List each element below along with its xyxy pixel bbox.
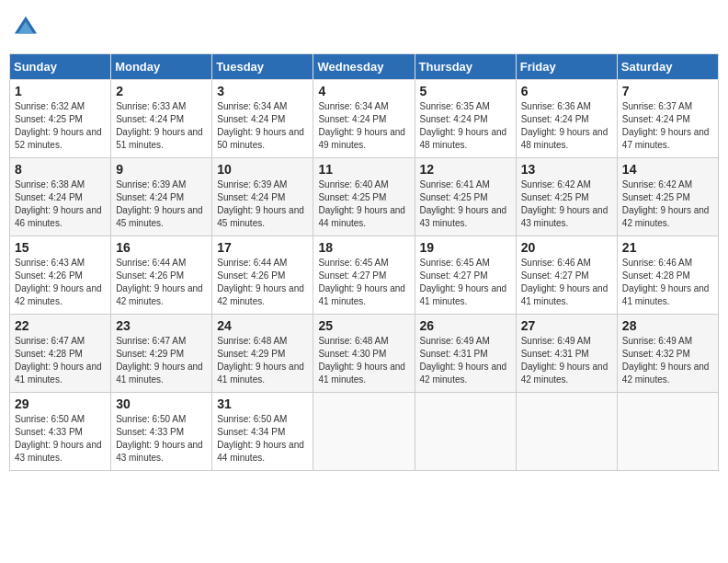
day-info: Sunrise: 6:50 AM Sunset: 4:34 PM Dayligh… — [217, 413, 308, 465]
day-info: Sunrise: 6:45 AM Sunset: 4:27 PM Dayligh… — [318, 257, 409, 308]
calendar-cell: 11 Sunrise: 6:40 AM Sunset: 4:25 PM Dayl… — [313, 158, 415, 236]
calendar-cell: 4 Sunrise: 6:34 AM Sunset: 4:24 PM Dayli… — [313, 80, 415, 158]
day-info: Sunrise: 6:49 AM Sunset: 4:31 PM Dayligh… — [521, 335, 612, 386]
day-number: 28 — [622, 318, 713, 333]
calendar-cell: 21 Sunrise: 6:46 AM Sunset: 4:28 PM Dayl… — [617, 236, 718, 315]
day-header-wednesday: Wednesday — [313, 54, 415, 80]
day-header-sunday: Sunday — [10, 54, 111, 80]
day-info: Sunrise: 6:38 AM Sunset: 4:24 PM Dayligh… — [15, 178, 106, 230]
calendar-header — [9, 9, 719, 46]
calendar-cell: 31 Sunrise: 6:50 AM Sunset: 4:34 PM Dayl… — [212, 393, 313, 471]
calendar-table: SundayMondayTuesdayWednesdayThursdayFrid… — [9, 53, 719, 471]
day-info: Sunrise: 6:33 AM Sunset: 4:24 PM Dayligh… — [116, 100, 207, 152]
day-info: Sunrise: 6:50 AM Sunset: 4:33 PM Dayligh… — [116, 413, 207, 465]
day-number: 20 — [521, 240, 612, 255]
day-number: 24 — [217, 318, 308, 333]
calendar-cell: 20 Sunrise: 6:46 AM Sunset: 4:27 PM Dayl… — [516, 236, 617, 315]
calendar-cell: 3 Sunrise: 6:34 AM Sunset: 4:24 PM Dayli… — [212, 80, 313, 158]
calendar-cell — [313, 393, 415, 471]
calendar-cell: 15 Sunrise: 6:43 AM Sunset: 4:26 PM Dayl… — [10, 236, 111, 315]
calendar-week-5: 29 Sunrise: 6:50 AM Sunset: 4:33 PM Dayl… — [10, 393, 719, 471]
day-info: Sunrise: 6:46 AM Sunset: 4:28 PM Dayligh… — [622, 257, 713, 308]
day-number: 4 — [318, 84, 409, 98]
day-info: Sunrise: 6:42 AM Sunset: 4:25 PM Dayligh… — [622, 178, 713, 230]
day-info: Sunrise: 6:49 AM Sunset: 4:31 PM Dayligh… — [420, 335, 511, 386]
logo-icon — [13, 15, 39, 40]
calendar-week-3: 15 Sunrise: 6:43 AM Sunset: 4:26 PM Dayl… — [10, 236, 719, 315]
day-header-saturday: Saturday — [617, 54, 718, 80]
day-number: 10 — [217, 162, 308, 177]
calendar-cell: 24 Sunrise: 6:48 AM Sunset: 4:29 PM Dayl… — [212, 315, 313, 393]
day-info: Sunrise: 6:48 AM Sunset: 4:30 PM Dayligh… — [318, 335, 409, 386]
calendar-cell: 1 Sunrise: 6:32 AM Sunset: 4:25 PM Dayli… — [10, 80, 111, 158]
calendar-cell: 28 Sunrise: 6:49 AM Sunset: 4:32 PM Dayl… — [617, 315, 718, 393]
calendar-week-2: 8 Sunrise: 6:38 AM Sunset: 4:24 PM Dayli… — [10, 158, 719, 236]
day-info: Sunrise: 6:35 AM Sunset: 4:24 PM Dayligh… — [420, 100, 511, 152]
calendar-cell: 19 Sunrise: 6:45 AM Sunset: 4:27 PM Dayl… — [415, 236, 516, 315]
day-number: 26 — [420, 318, 511, 333]
day-info: Sunrise: 6:46 AM Sunset: 4:27 PM Dayligh… — [521, 257, 612, 308]
day-number: 25 — [318, 318, 409, 333]
calendar-cell: 5 Sunrise: 6:35 AM Sunset: 4:24 PM Dayli… — [415, 80, 516, 158]
calendar-cell: 7 Sunrise: 6:37 AM Sunset: 4:24 PM Dayli… — [617, 80, 718, 158]
calendar-cell — [516, 393, 617, 471]
day-number: 9 — [116, 162, 207, 177]
calendar-cell: 25 Sunrise: 6:48 AM Sunset: 4:30 PM Dayl… — [313, 315, 415, 393]
calendar-cell: 2 Sunrise: 6:33 AM Sunset: 4:24 PM Dayli… — [111, 80, 212, 158]
calendar-cell: 16 Sunrise: 6:44 AM Sunset: 4:26 PM Dayl… — [111, 236, 212, 315]
day-header-thursday: Thursday — [415, 54, 516, 80]
day-number: 27 — [521, 318, 612, 333]
day-info: Sunrise: 6:44 AM Sunset: 4:26 PM Dayligh… — [116, 257, 207, 308]
day-info: Sunrise: 6:39 AM Sunset: 4:24 PM Dayligh… — [116, 178, 207, 230]
logo — [13, 15, 42, 40]
day-header-tuesday: Tuesday — [212, 54, 313, 80]
day-info: Sunrise: 6:34 AM Sunset: 4:24 PM Dayligh… — [318, 100, 409, 152]
calendar-cell: 8 Sunrise: 6:38 AM Sunset: 4:24 PM Dayli… — [10, 158, 111, 236]
day-info: Sunrise: 6:40 AM Sunset: 4:25 PM Dayligh… — [318, 178, 409, 230]
calendar-cell: 17 Sunrise: 6:44 AM Sunset: 4:26 PM Dayl… — [212, 236, 313, 315]
calendar-week-1: 1 Sunrise: 6:32 AM Sunset: 4:25 PM Dayli… — [10, 80, 719, 158]
calendar-cell: 9 Sunrise: 6:39 AM Sunset: 4:24 PM Dayli… — [111, 158, 212, 236]
day-info: Sunrise: 6:41 AM Sunset: 4:25 PM Dayligh… — [420, 178, 511, 230]
day-number: 11 — [318, 162, 409, 177]
day-number: 29 — [15, 396, 106, 411]
day-info: Sunrise: 6:44 AM Sunset: 4:26 PM Dayligh… — [217, 257, 308, 308]
day-number: 1 — [15, 84, 106, 98]
day-info: Sunrise: 6:43 AM Sunset: 4:26 PM Dayligh… — [15, 257, 106, 308]
day-number: 12 — [420, 162, 511, 177]
day-number: 23 — [116, 318, 207, 333]
day-header-monday: Monday — [111, 54, 212, 80]
calendar-cell: 27 Sunrise: 6:49 AM Sunset: 4:31 PM Dayl… — [516, 315, 617, 393]
day-info: Sunrise: 6:49 AM Sunset: 4:32 PM Dayligh… — [622, 335, 713, 386]
day-number: 6 — [521, 84, 612, 98]
day-number: 31 — [217, 396, 308, 411]
calendar-cell — [415, 393, 516, 471]
calendar-cell: 30 Sunrise: 6:50 AM Sunset: 4:33 PM Dayl… — [111, 393, 212, 471]
day-number: 21 — [622, 240, 713, 255]
calendar-cell: 29 Sunrise: 6:50 AM Sunset: 4:33 PM Dayl… — [10, 393, 111, 471]
day-number: 3 — [217, 84, 308, 98]
calendar-cell: 18 Sunrise: 6:45 AM Sunset: 4:27 PM Dayl… — [313, 236, 415, 315]
day-number: 30 — [116, 396, 207, 411]
day-info: Sunrise: 6:34 AM Sunset: 4:24 PM Dayligh… — [217, 100, 308, 152]
day-number: 15 — [15, 240, 106, 255]
calendar-cell: 22 Sunrise: 6:47 AM Sunset: 4:28 PM Dayl… — [10, 315, 111, 393]
day-info: Sunrise: 6:36 AM Sunset: 4:24 PM Dayligh… — [521, 100, 612, 152]
day-header-friday: Friday — [516, 54, 617, 80]
calendar-cell: 26 Sunrise: 6:49 AM Sunset: 4:31 PM Dayl… — [415, 315, 516, 393]
calendar-cell: 10 Sunrise: 6:39 AM Sunset: 4:24 PM Dayl… — [212, 158, 313, 236]
day-info: Sunrise: 6:37 AM Sunset: 4:24 PM Dayligh… — [622, 100, 713, 152]
day-number: 5 — [420, 84, 511, 98]
day-info: Sunrise: 6:50 AM Sunset: 4:33 PM Dayligh… — [15, 413, 106, 465]
calendar-cell: 14 Sunrise: 6:42 AM Sunset: 4:25 PM Dayl… — [617, 158, 718, 236]
day-info: Sunrise: 6:32 AM Sunset: 4:25 PM Dayligh… — [15, 100, 106, 152]
calendar-week-4: 22 Sunrise: 6:47 AM Sunset: 4:28 PM Dayl… — [10, 315, 719, 393]
day-number: 14 — [622, 162, 713, 177]
calendar-cell: 13 Sunrise: 6:42 AM Sunset: 4:25 PM Dayl… — [516, 158, 617, 236]
calendar-cell: 6 Sunrise: 6:36 AM Sunset: 4:24 PM Dayli… — [516, 80, 617, 158]
day-info: Sunrise: 6:39 AM Sunset: 4:24 PM Dayligh… — [217, 178, 308, 230]
day-number: 8 — [15, 162, 106, 177]
day-number: 22 — [15, 318, 106, 333]
day-number: 17 — [217, 240, 308, 255]
calendar-cell: 23 Sunrise: 6:47 AM Sunset: 4:29 PM Dayl… — [111, 315, 212, 393]
